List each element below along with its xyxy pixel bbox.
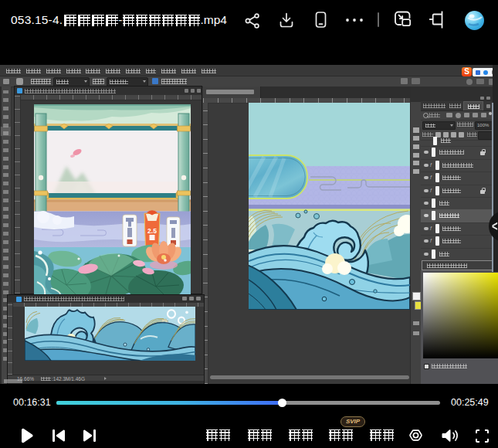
svg-text:2.5: 2.5 bbox=[147, 227, 157, 235]
